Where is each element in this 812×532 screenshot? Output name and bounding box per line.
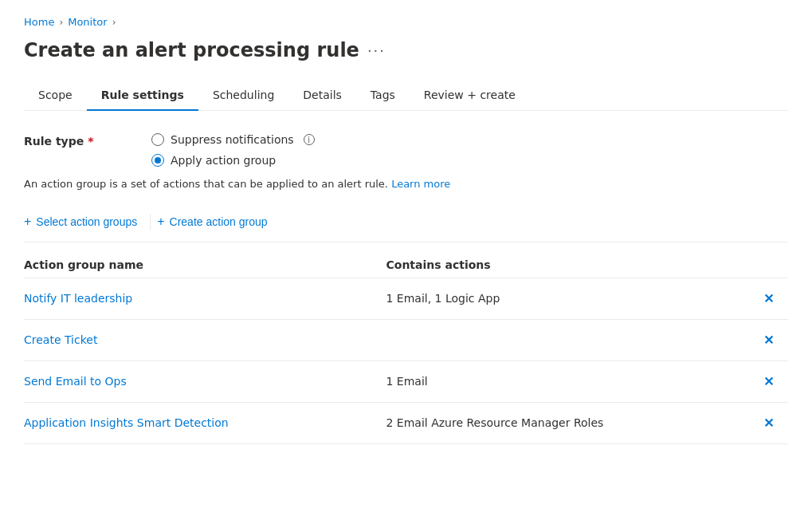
page-title: Create an alert processing rule	[24, 39, 359, 61]
delete-row-button-3[interactable]: ✕	[757, 412, 780, 434]
cell-delete-2: ✕	[748, 371, 788, 392]
breadcrumb-sep2: ›	[112, 17, 116, 28]
x-icon-0: ✕	[763, 292, 774, 305]
button-divider	[150, 214, 151, 230]
select-plus-icon: +	[24, 215, 31, 229]
col-header-actions: Contains actions	[386, 258, 749, 271]
table-body: Notify IT leadership 1 Email, 1 Logic Ap…	[24, 278, 788, 444]
col-header-delete	[748, 258, 788, 271]
create-action-group-button[interactable]: + Create action group	[157, 211, 273, 232]
cell-name-2: Send Email to Ops	[24, 375, 386, 388]
radio-suppress-label: Suppress notifications	[171, 133, 294, 146]
action-group-link-2[interactable]: Send Email to Ops	[24, 375, 127, 388]
rule-type-label: Rule type *	[24, 133, 135, 148]
create-plus-icon: +	[157, 215, 164, 229]
learn-more-link[interactable]: Learn more	[391, 178, 450, 190]
tab-scheduling[interactable]: Scheduling	[198, 81, 288, 111]
breadcrumb-monitor[interactable]: Monitor	[68, 16, 107, 28]
delete-row-button-2[interactable]: ✕	[757, 371, 780, 392]
x-icon-1: ✕	[763, 333, 774, 347]
more-options-icon[interactable]: ···	[367, 42, 386, 59]
cell-actions-2: 1 Email	[386, 375, 749, 388]
cell-delete-3: ✕	[748, 412, 788, 434]
radio-apply[interactable]: Apply action group	[151, 154, 315, 167]
tab-review-create[interactable]: Review + create	[410, 81, 530, 111]
breadcrumb-home[interactable]: Home	[24, 16, 54, 28]
x-icon-3: ✕	[763, 416, 774, 430]
radio-suppress[interactable]: Suppress notifications i	[151, 133, 315, 146]
select-action-groups-label: Select action groups	[36, 215, 137, 228]
select-action-groups-button[interactable]: + Select action groups	[24, 211, 143, 232]
breadcrumb-sep1: ›	[59, 17, 63, 28]
cell-actions-3: 2 Email Azure Resource Manager Roles	[386, 416, 749, 429]
radio-apply-inner	[155, 157, 161, 164]
radio-apply-button[interactable]	[151, 154, 164, 167]
tab-scope[interactable]: Scope	[24, 81, 87, 111]
cell-name-3: Application Insights Smart Detection	[24, 416, 386, 429]
required-indicator: *	[88, 135, 93, 148]
info-text: An action group is a set of actions that…	[24, 176, 788, 192]
action-buttons-row: + Select action groups + Create action g…	[24, 211, 788, 242]
table-row: Create Ticket ✕	[24, 320, 788, 361]
table-row: Application Insights Smart Detection 2 E…	[24, 403, 788, 444]
cell-delete-0: ✕	[748, 288, 788, 309]
table-header: Action group name Contains actions	[24, 252, 788, 278]
cell-name-0: Notify IT leadership	[24, 292, 386, 305]
cell-delete-1: ✕	[748, 329, 788, 351]
rule-type-field: Rule type * Suppress notifications i App…	[24, 133, 788, 167]
delete-row-button-0[interactable]: ✕	[757, 288, 780, 309]
table-row: Notify IT leadership 1 Email, 1 Logic Ap…	[24, 278, 788, 320]
breadcrumb: Home › Monitor ›	[24, 16, 788, 28]
delete-row-button-1[interactable]: ✕	[757, 329, 780, 351]
action-group-link-0[interactable]: Notify IT leadership	[24, 292, 132, 305]
radio-apply-label: Apply action group	[171, 154, 276, 167]
cell-name-1: Create Ticket	[24, 333, 386, 346]
tab-rule-settings[interactable]: Rule settings	[87, 81, 198, 111]
suppress-info-icon[interactable]: i	[304, 134, 315, 145]
tab-details[interactable]: Details	[288, 81, 356, 111]
radio-group: Suppress notifications i Apply action gr…	[151, 133, 315, 167]
action-group-link-1[interactable]: Create Ticket	[24, 333, 97, 346]
x-icon-2: ✕	[763, 375, 774, 388]
tab-tags[interactable]: Tags	[356, 81, 410, 111]
table-row: Send Email to Ops 1 Email ✕	[24, 361, 788, 403]
cell-actions-0: 1 Email, 1 Logic App	[386, 292, 749, 305]
radio-suppress-button[interactable]	[151, 133, 164, 146]
tabs-container: Scope Rule settings Scheduling Details T…	[24, 81, 788, 111]
col-header-name: Action group name	[24, 258, 386, 271]
page-title-row: Create an alert processing rule ···	[24, 39, 788, 61]
create-action-group-label: Create action group	[170, 215, 268, 228]
action-group-link-3[interactable]: Application Insights Smart Detection	[24, 416, 229, 429]
